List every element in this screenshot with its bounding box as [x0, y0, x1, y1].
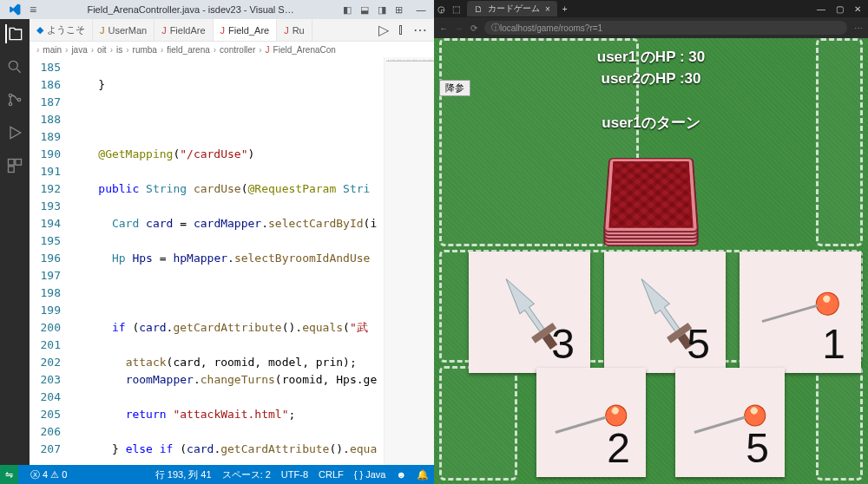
browser-tab-title: カードゲーム — [488, 3, 540, 15]
run-debug-icon[interactable] — [5, 123, 24, 142]
split-editor-icon[interactable]: ⫿ — [398, 22, 404, 38]
status-indent[interactable]: スペース: 2 — [222, 468, 271, 481]
hand-card[interactable]: 5 — [675, 368, 785, 477]
tab-label: ようこそ — [47, 23, 85, 36]
panel-left-icon[interactable]: ◧ — [343, 4, 352, 16]
hp-user1: user1 のHP : 30 — [434, 47, 868, 67]
card-value: 1 — [822, 320, 845, 368]
svg-rect-5 — [16, 160, 22, 166]
card-value: 5 — [687, 320, 710, 368]
svg-point-1 — [9, 94, 11, 96]
card-deck[interactable] — [603, 151, 699, 246]
run-icon[interactable]: ▷ — [378, 22, 389, 38]
browser-tabs: ◶ ⬚ 🗋カードゲーム× + — ▢ ✕ — [434, 0, 868, 17]
hand-card[interactable]: 2 — [536, 368, 646, 477]
window-title: Field_ArenaController.java - isdev23 - V… — [43, 4, 338, 15]
layout-grid-icon[interactable]: ⊞ — [395, 4, 403, 16]
activity-bar — [0, 19, 30, 465]
tab-fieldare[interactable]: JFieldAre — [155, 19, 213, 42]
tab-label: UserMan — [108, 25, 148, 36]
menu-icon[interactable]: ⋯ — [854, 23, 863, 33]
address-bar: ← → ⟳ ⓘ localhost/game/rooms?r=1 ⋯ — [434, 17, 868, 38]
svg-rect-6 — [9, 167, 15, 173]
breadcrumbs[interactable]: ›main ›java ›oit ›is ›rumba ›field_arena… — [30, 42, 434, 57]
crumb[interactable]: is — [116, 45, 122, 55]
code-text[interactable]: } @GetMapping("/cardUse") public String … — [71, 57, 384, 465]
title-bar: ≡ Field_ArenaController.java - isdev23 -… — [0, 0, 434, 19]
slot-bottom-left — [439, 366, 517, 481]
hamburger-menu-icon[interactable]: ≡ — [30, 3, 36, 16]
crumb[interactable]: rumba — [133, 45, 157, 55]
profile-icon[interactable]: ⬚ — [449, 4, 464, 14]
tab-field-arena[interactable]: JField_Are — [214, 19, 278, 42]
panel-bottom-icon[interactable]: ⬓ — [360, 4, 369, 16]
minimap[interactable]: ▂▃▂▃▃▂▃▃▃▂▃▂▃▃▂▃▃▃▂▃▂▃▃▂▃▃▃▂▃▂▃▃▂▃▃▃▂▃▂▃… — [384, 57, 434, 465]
svg-point-3 — [17, 98, 20, 101]
svg-rect-4 — [9, 160, 15, 166]
status-eol[interactable]: CRLF — [319, 468, 344, 481]
layout-controls[interactable]: ◧ ⬓ ◨ ⊞ — [338, 4, 408, 16]
forward-icon[interactable]: → — [455, 23, 464, 33]
svg-line-13 — [762, 285, 818, 343]
panel-right-icon[interactable]: ◨ — [378, 4, 386, 16]
hand-card[interactable]: 1 — [740, 252, 861, 373]
hp-user2: user2のHP :30 — [434, 69, 868, 88]
crumb[interactable]: oit — [97, 45, 107, 55]
status-cursor[interactable]: 行 193, 列 41 — [155, 468, 212, 481]
source-control-icon[interactable] — [5, 90, 24, 109]
extensions-icon[interactable] — [5, 156, 24, 175]
card-value: 2 — [607, 424, 630, 472]
tab-label: FieldAre — [170, 25, 206, 36]
remote-indicator[interactable]: ⇋ — [0, 465, 18, 484]
search-icon[interactable] — [5, 57, 24, 76]
tab-userman[interactable]: JUserMan — [93, 19, 155, 42]
tab-ru[interactable]: JRu — [277, 19, 312, 42]
svg-point-2 — [9, 102, 11, 105]
close-tab-icon[interactable]: × — [545, 4, 550, 14]
svg-point-11 — [812, 288, 843, 319]
hand-card[interactable]: 3 — [469, 252, 590, 373]
browser-tab[interactable]: 🗋カードゲーム× — [467, 1, 557, 16]
more-actions-icon[interactable]: ⋯ — [413, 22, 427, 38]
new-tab-button[interactable]: + — [557, 4, 573, 14]
tab-label: Field_Are — [228, 25, 269, 36]
editor-area: ◆ようこそ JUserMan JFieldAre JField_Are JRu … — [30, 19, 434, 465]
status-problems[interactable]: ⓧ 4 ⚠ 0 — [30, 468, 67, 481]
svg-line-16 — [556, 398, 607, 451]
svg-line-19 — [694, 398, 746, 451]
tab-welcome[interactable]: ◆ようこそ — [30, 19, 93, 42]
crumb[interactable]: java — [71, 45, 87, 55]
vscode-window: ≡ Field_ArenaController.java - isdev23 -… — [0, 0, 434, 484]
edge-logo-icon: ◶ — [434, 4, 449, 14]
crumb[interactable]: field_arena — [167, 45, 209, 55]
maximize-icon[interactable]: ▢ — [836, 4, 844, 14]
back-icon[interactable]: ← — [439, 23, 448, 33]
crumb[interactable]: Field_ArenaCon — [273, 45, 336, 55]
status-encoding[interactable]: UTF-8 — [281, 468, 308, 481]
close-icon[interactable]: ✕ — [854, 4, 861, 14]
minimize-button[interactable]: — — [408, 0, 434, 19]
crumb[interactable]: main — [43, 45, 62, 55]
editor-tabs: ◆ようこそ JUserMan JFieldAre JField_Are JRu … — [30, 19, 434, 42]
status-feedback-icon[interactable]: ☻ — [396, 468, 406, 481]
refresh-icon[interactable]: ⟳ — [470, 23, 477, 33]
sword-icon — [598, 245, 731, 378]
status-bar: ⇋ ⓧ 4 ⚠ 0 行 193, 列 41 スペース: 2 UTF-8 CRLF… — [0, 465, 434, 484]
crumb[interactable]: controller — [220, 45, 255, 55]
line-numbers: 185186187188 189190191192 193194195196 1… — [30, 57, 71, 465]
svg-point-0 — [9, 61, 17, 69]
game-hud: user1 のHP : 30 user2のHP :30 user1のターン — [434, 45, 868, 134]
url-field[interactable]: ⓘ localhost/game/rooms?r=1 — [484, 21, 847, 35]
slot-bottom-right — [816, 366, 863, 481]
status-lang[interactable]: { } Java — [354, 468, 386, 481]
vscode-logo-icon — [9, 3, 21, 16]
status-bell-icon[interactable]: 🔔 — [417, 468, 429, 481]
hand-card[interactable]: 5 — [604, 252, 726, 373]
minimize-icon[interactable]: — — [817, 4, 825, 14]
surrender-button[interactable]: 降参 — [439, 80, 470, 96]
code-editor[interactable]: 185186187188 189190191192 193194195196 1… — [30, 57, 434, 465]
browser-window: ◶ ⬚ 🗋カードゲーム× + — ▢ ✕ ← → ⟳ ⓘ localhost/g… — [434, 0, 868, 484]
turn-indicator: user1のターン — [434, 113, 868, 133]
card-value: 3 — [551, 320, 575, 368]
explorer-icon[interactable] — [5, 24, 24, 43]
